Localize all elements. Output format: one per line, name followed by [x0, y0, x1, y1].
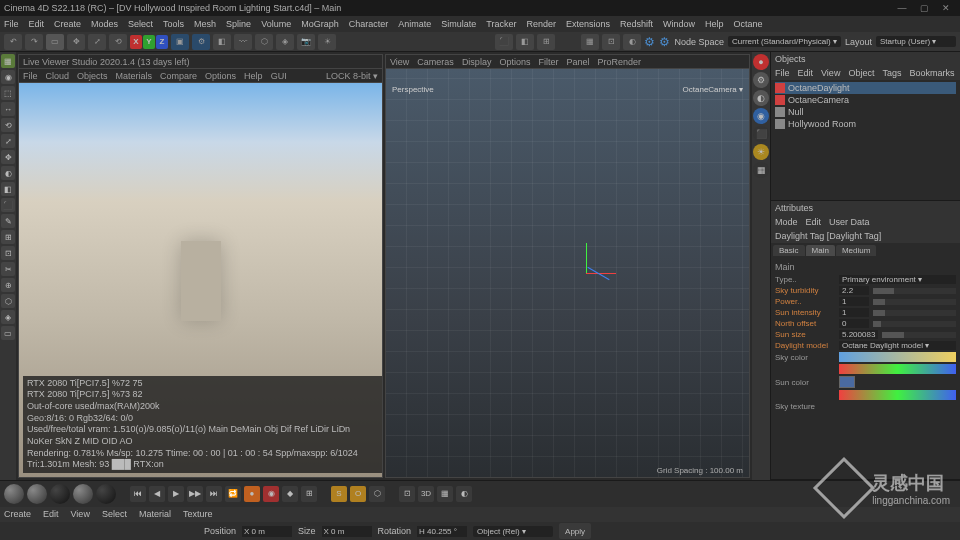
menu-character[interactable]: Character: [349, 19, 389, 29]
menu-mograph[interactable]: MoGraph: [301, 19, 339, 29]
gradient-bar[interactable]: [839, 352, 956, 362]
rotate-tool-button[interactable]: ⟲: [109, 34, 127, 50]
menu-animate[interactable]: Animate: [398, 19, 431, 29]
octane-tex-button[interactable]: ▦: [753, 162, 769, 178]
object-row[interactable]: OctaneCamera: [775, 94, 956, 106]
attr-tab-medium[interactable]: Medium: [836, 245, 876, 256]
lv-menu-objects[interactable]: Objects: [77, 71, 108, 81]
apply-button[interactable]: Apply: [559, 523, 591, 539]
menu-render[interactable]: Render: [526, 19, 556, 29]
tl-prev-button[interactable]: ◀: [149, 486, 165, 502]
mode-button-0[interactable]: ▦: [1, 54, 15, 68]
viewport-3d[interactable]: Perspective OctaneCamera ▾ Grid Spacing …: [386, 69, 749, 477]
light-button[interactable]: ☀: [318, 34, 336, 50]
rgb-sliders[interactable]: [839, 364, 956, 374]
camera-button[interactable]: 📷: [297, 34, 315, 50]
attr-slider[interactable]: [873, 299, 956, 305]
mode-button-13[interactable]: ✂: [1, 262, 15, 276]
mat-menu-material[interactable]: Material: [139, 509, 171, 519]
obj-menu-file[interactable]: File: [775, 68, 790, 78]
viewport-camera[interactable]: OctaneCamera ▾: [683, 85, 743, 94]
attr-menu-edit[interactable]: Edit: [806, 217, 822, 227]
lv-menu-cloud[interactable]: Cloud: [46, 71, 70, 81]
misc-button[interactable]: 3D: [418, 486, 434, 502]
lv-menu-options[interactable]: Options: [205, 71, 236, 81]
menu-window[interactable]: Window: [663, 19, 695, 29]
tl-play-button[interactable]: ▶: [168, 486, 184, 502]
menu-file[interactable]: File: [4, 19, 19, 29]
attr-value-input[interactable]: 0: [839, 319, 869, 328]
mode-button-10[interactable]: ✎: [1, 214, 15, 228]
octane-denoiser-button[interactable]: ◉: [753, 108, 769, 124]
node-space-dropdown[interactable]: Current (Standard/Physical) ▾: [728, 36, 841, 47]
vp-menu-prorender[interactable]: ProRender: [597, 57, 641, 67]
vp-menu-display[interactable]: Display: [462, 57, 492, 67]
tool-a[interactable]: ▦: [581, 34, 599, 50]
material-ball[interactable]: [96, 484, 116, 504]
octane-live-button[interactable]: ●: [753, 54, 769, 70]
obj-menu-tags[interactable]: Tags: [882, 68, 901, 78]
tool-c[interactable]: ◐: [623, 34, 641, 50]
menu-tools[interactable]: Tools: [163, 19, 184, 29]
attr-tab-main[interactable]: Main: [806, 245, 835, 256]
move-tool-button[interactable]: ✥: [67, 34, 85, 50]
deformer-button[interactable]: ◈: [276, 34, 294, 50]
mode-button-7[interactable]: ◐: [1, 166, 15, 180]
menu-modes[interactable]: Modes: [91, 19, 118, 29]
tl-autokey-button[interactable]: ◉: [263, 486, 279, 502]
mat-menu-view[interactable]: View: [71, 509, 90, 519]
vp-menu-cameras[interactable]: Cameras: [417, 57, 454, 67]
menu-help[interactable]: Help: [705, 19, 724, 29]
octane-sun-button[interactable]: ☀: [753, 144, 769, 160]
tl-key-button[interactable]: ◆: [282, 486, 298, 502]
menu-redshift[interactable]: Redshift: [620, 19, 653, 29]
mode-button-9[interactable]: ⬛: [1, 198, 15, 212]
attr-value-input[interactable]: 1: [839, 308, 869, 317]
menu-extensions[interactable]: Extensions: [566, 19, 610, 29]
attr-slider[interactable]: [873, 310, 956, 316]
mat-menu-edit[interactable]: Edit: [43, 509, 59, 519]
obj-menu-view[interactable]: View: [821, 68, 840, 78]
minimize-button[interactable]: —: [892, 1, 912, 15]
octane-s-button[interactable]: S: [331, 486, 347, 502]
attr-slider[interactable]: [873, 321, 956, 327]
lv-menu-help[interactable]: Help: [244, 71, 263, 81]
attr-value-input[interactable]: 1: [839, 297, 869, 306]
axis-z[interactable]: Z: [156, 35, 168, 49]
octane-settings-button[interactable]: ⚙: [753, 72, 769, 88]
object-row[interactable]: Hollywood Room: [775, 118, 956, 130]
tool-b[interactable]: ⊡: [602, 34, 620, 50]
tl-start-button[interactable]: ⏮: [130, 486, 146, 502]
menu-volume[interactable]: Volume: [261, 19, 291, 29]
material-ball[interactable]: [73, 484, 93, 504]
axis-toggle[interactable]: X Y Z: [130, 35, 168, 49]
lv-menu-file[interactable]: File: [23, 71, 38, 81]
pos-x-input[interactable]: [242, 526, 292, 537]
mat-menu-select[interactable]: Select: [102, 509, 127, 519]
vp-menu-filter[interactable]: Filter: [538, 57, 558, 67]
object-row[interactable]: Null: [775, 106, 956, 118]
octane-env-button[interactable]: ⬛: [753, 126, 769, 142]
mode-button-12[interactable]: ⊡: [1, 246, 15, 260]
cube-primitive-button[interactable]: ◧: [213, 34, 231, 50]
octane-o-button[interactable]: O: [350, 486, 366, 502]
mode-button-15[interactable]: ⬡: [1, 294, 15, 308]
rot-h-input[interactable]: [417, 526, 467, 537]
octane-n-button[interactable]: ⬡: [369, 486, 385, 502]
lv-menu-gui[interactable]: GUI: [271, 71, 287, 81]
mode-button-8[interactable]: ◧: [1, 182, 15, 196]
attr-menu-user data[interactable]: User Data: [829, 217, 870, 227]
attr-tab-basic[interactable]: Basic: [773, 245, 805, 256]
vp-menu-options[interactable]: Options: [499, 57, 530, 67]
mode-button-14[interactable]: ⊕: [1, 278, 15, 292]
tl-opt-button[interactable]: ⊞: [301, 486, 317, 502]
mode-button-1[interactable]: ◉: [1, 70, 15, 84]
attr-slider[interactable]: [882, 332, 956, 338]
material-ball[interactable]: [27, 484, 47, 504]
vp-menu-view[interactable]: View: [390, 57, 409, 67]
attr-value-input[interactable]: 2.2: [839, 286, 869, 295]
lv-menu-compare[interactable]: Compare: [160, 71, 197, 81]
menu-create[interactable]: Create: [54, 19, 81, 29]
transform-gizmo[interactable]: [556, 243, 616, 303]
mode-button-17[interactable]: ▭: [1, 326, 15, 340]
